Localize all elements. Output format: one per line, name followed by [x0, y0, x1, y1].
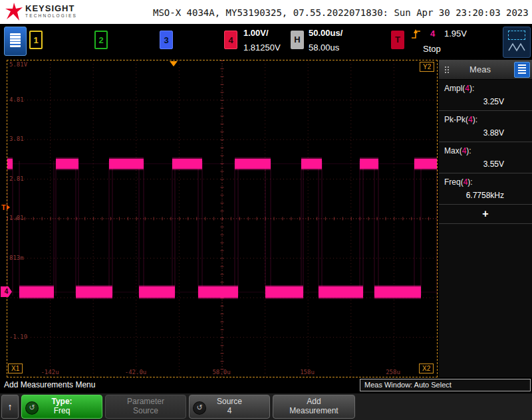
brand-logo: KEYSIGHT TECHNOLOGIES: [25, 4, 77, 19]
waveform-tool-icon[interactable]: [508, 42, 525, 52]
handle-x2[interactable]: X2: [419, 364, 434, 373]
x-axis-label: 258u: [373, 369, 413, 375]
softkey-bar: ↑ ↺ Type: Freq Parameter Source ↺ Source…: [0, 393, 532, 420]
measurement-value: 3.55V: [483, 159, 504, 169]
delay-readout: 58.00us: [309, 43, 339, 52]
trigger-level-readout: 1.95V: [444, 29, 467, 39]
measurement-label: Pk-Pk(4):: [444, 115, 527, 124]
selection-tool-icon[interactable]: [508, 31, 525, 40]
measurement-row-ampl[interactable]: Ampl(4): 3.25V: [439, 80, 532, 111]
window-title: MSO-X 4034A, MY53190325, 07.55.202207183…: [153, 7, 529, 18]
measurement-label: Max(4):: [444, 146, 527, 156]
measurements-panel-header: Meas: [439, 60, 532, 80]
panel-grip-icon[interactable]: [445, 66, 446, 68]
x-axis-label: 158u: [287, 369, 327, 375]
display-tools-group: [503, 27, 531, 58]
meas-window-readout: Meas Window: Auto Select: [360, 379, 531, 391]
measurement-value: 3.88V: [483, 128, 504, 138]
channel-4-button[interactable]: 4: [224, 31, 237, 49]
brand-sub: TECHNOLOGIES: [25, 13, 77, 19]
measurement-row-pkpk[interactable]: Pk-Pk(4): 3.88V: [439, 111, 532, 142]
knob-icon: ↺: [25, 401, 39, 415]
measurement-row-freq[interactable]: Freq(4): 6.7758kHz: [439, 173, 532, 205]
y-axis-label: 2.81: [9, 175, 24, 182]
y-axis-label: 3.81: [9, 136, 24, 142]
y-axis-label: 813m: [9, 255, 24, 261]
trigger-time-marker[interactable]: [170, 61, 178, 66]
waveform-canvas: [7, 60, 437, 377]
trigger-source-readout: 4: [430, 29, 435, 39]
handle-x1[interactable]: X1: [8, 364, 23, 373]
panel-menu-button[interactable]: [514, 62, 530, 78]
y-axis-label: 4.81: [9, 96, 24, 103]
softkey-type-freq[interactable]: ↺ Type: Freq: [21, 395, 102, 419]
softkey-add-measurement[interactable]: Add Measurement: [273, 395, 355, 419]
x-axis-label: -42.0u: [116, 369, 156, 375]
measurement-label: Freq(4):: [444, 177, 527, 187]
measurement-value: 6.7758kHz: [466, 191, 504, 200]
status-bar: Add Measurements Menu Meas Window: Auto …: [0, 377, 532, 393]
waveform-display[interactable]: [7, 60, 438, 377]
softkey-parameter-source[interactable]: Parameter Source: [105, 395, 186, 419]
measurement-label: Ampl(4):: [444, 84, 527, 93]
trigger-button[interactable]: T: [391, 31, 404, 49]
y-axis-label: 5.81V: [9, 61, 27, 68]
panel-title: Meas: [446, 64, 514, 74]
channel-3-button[interactable]: 3: [160, 31, 173, 49]
softkey-source[interactable]: ↺ Source 4: [189, 395, 270, 419]
knob-icon: ↺: [193, 401, 206, 415]
menu-icon: [10, 33, 21, 47]
menu-title: Add Measurements Menu: [4, 380, 95, 389]
control-bar: 1 2 3 4 1.00V/ 1.81250V H 50.00us/ 58.00…: [0, 24, 532, 60]
keysight-spark-icon: [5, 3, 23, 21]
channel-1-button[interactable]: 1: [29, 31, 43, 49]
measurement-value: 3.25V: [483, 97, 504, 106]
timebase-readout: 50.00us/: [309, 28, 342, 38]
x-axis-label: -142u: [30, 369, 70, 375]
menu-back-button[interactable]: ↑: [1, 395, 19, 419]
main-menu-button[interactable]: [4, 27, 27, 56]
add-measurement-plus-button[interactable]: +: [439, 205, 532, 224]
y-axis-label: 1.81: [9, 215, 24, 221]
handle-y2[interactable]: Y2: [420, 62, 434, 72]
channel-2-button[interactable]: 2: [94, 31, 108, 49]
y-axis-label: -1.19: [9, 334, 27, 340]
trigger-level-arrow-icon: [7, 205, 10, 210]
trigger-slope-icon: [410, 29, 422, 41]
panel-menu-icon: [518, 64, 526, 74]
measurement-row-max[interactable]: Max(4): 3.55V: [439, 142, 532, 173]
trigger-level-marker[interactable]: T: [1, 203, 10, 211]
x-axis-label: 58.0u: [201, 369, 241, 375]
top-title-bar: KEYSIGHT TECHNOLOGIES MSO-X 4034A, MY531…: [0, 0, 532, 24]
acquisition-state-readout: Stop: [423, 44, 441, 54]
channel-4-scale-readout: 1.00V/: [243, 28, 269, 38]
brand-name: KEYSIGHT: [25, 4, 77, 13]
horizontal-button[interactable]: H: [291, 31, 304, 49]
measurements-panel: Meas Ampl(4): 3.25V Pk-Pk(4): 3.88V Max(…: [439, 60, 532, 377]
channel-4-offset-readout: 1.81250V: [243, 43, 281, 52]
